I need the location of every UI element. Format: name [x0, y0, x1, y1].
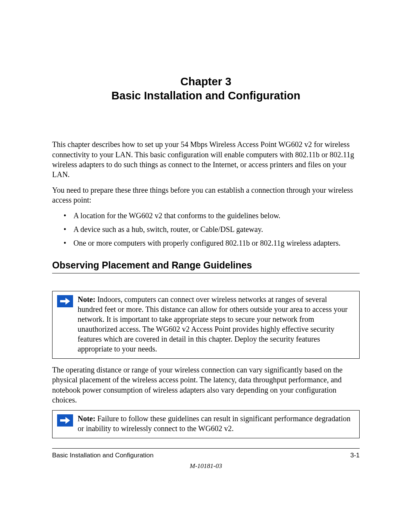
range-paragraph: The operating distance or range of your … — [52, 365, 360, 405]
note-body: Indoors, computers can connect over wire… — [78, 295, 347, 353]
section-title: Observing Placement and Range Guidelines — [52, 260, 360, 271]
note-label: Note: — [78, 295, 96, 304]
note-icon-cell — [53, 291, 78, 310]
list-item: A location for the WG602 v2 that conform… — [63, 211, 360, 220]
page: Chapter 3 Basic Installation and Configu… — [0, 0, 411, 532]
list-item: One or more computers with properly conf… — [63, 238, 360, 248]
page-number: 3-1 — [350, 452, 360, 459]
footer-chapter-name: Basic Installation and Configuration — [52, 452, 154, 459]
note-text: Note: Failure to follow these guidelines… — [78, 411, 359, 438]
note-text: Note: Indoors, computers can connect ove… — [78, 291, 359, 358]
chapter-title: Chapter 3 Basic Installation and Configu… — [52, 75, 360, 103]
note-label: Note: — [78, 414, 96, 423]
note-body: Failure to follow these guidelines can r… — [78, 414, 350, 433]
intro-paragraph-2: You need to prepare these three things b… — [52, 185, 360, 205]
footer: Basic Installation and Configuration 3-1 — [52, 449, 360, 459]
note-box-security: Note: Indoors, computers can connect ove… — [52, 291, 360, 359]
section-rule — [52, 273, 360, 273]
note-box-warning: Note: Failure to follow these guidelines… — [52, 410, 360, 438]
document-number: M-10181-03 — [52, 462, 360, 470]
arrow-right-icon — [57, 295, 73, 307]
chapter-name: Basic Installation and Configuration — [112, 89, 300, 102]
note-icon-cell — [53, 411, 78, 430]
list-item: A device such as a hub, switch, router, … — [63, 224, 360, 234]
intro-paragraph-1: This chapter describes how to set up you… — [52, 139, 360, 180]
prep-list: A location for the WG602 v2 that conform… — [63, 211, 360, 248]
chapter-number: Chapter 3 — [180, 75, 231, 88]
arrow-right-icon — [57, 414, 73, 427]
